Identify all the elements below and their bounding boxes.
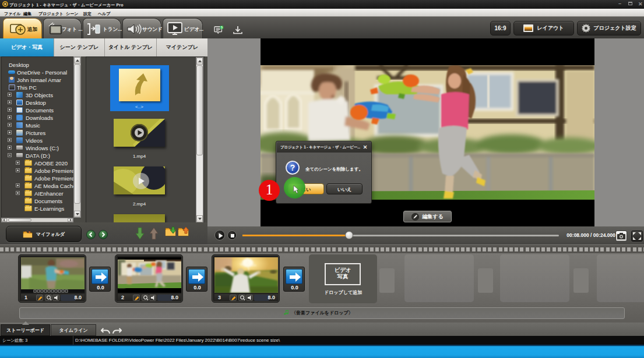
svg-text:5: 5: [221, 26, 223, 29]
